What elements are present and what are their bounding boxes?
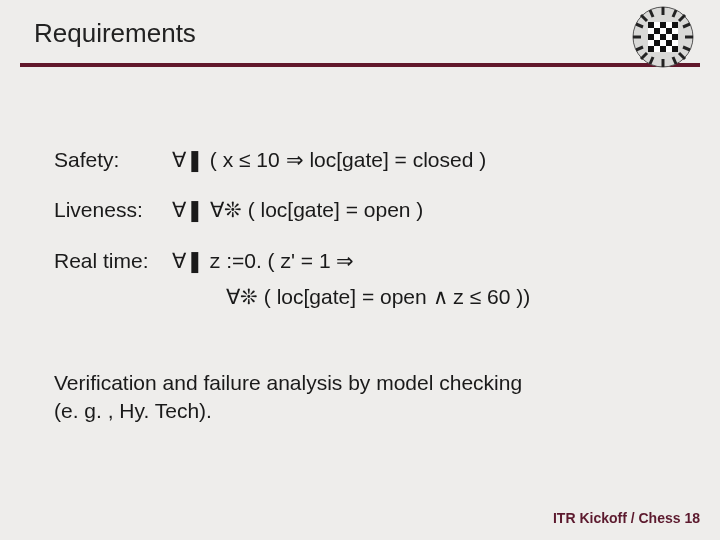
svg-rect-23 [648, 34, 654, 40]
slide-header: Requirements [0, 0, 720, 57]
svg-rect-18 [648, 22, 654, 28]
safety-label: Safety: [54, 145, 172, 175]
slide-footer: ITR Kickoff / Chess 18 [553, 510, 700, 526]
svg-rect-24 [660, 34, 666, 40]
liveness-label: Liveness: [54, 195, 172, 225]
slide-body: Safety: ∀❚ ( x ≤ 10 ⇒ loc[gate] = closed… [0, 67, 720, 425]
svg-rect-25 [672, 34, 678, 40]
svg-rect-20 [672, 22, 678, 28]
svg-rect-28 [648, 46, 654, 52]
svg-rect-27 [666, 40, 672, 46]
realtime-expression-line2: ∀❊ ( loc[gate] = open ∧ z ≤ 60 )) [54, 282, 666, 312]
safety-row: Safety: ∀❚ ( x ≤ 10 ⇒ loc[gate] = closed… [54, 145, 666, 175]
svg-rect-29 [660, 46, 666, 52]
verification-line1: Verification and failure analysis by mod… [54, 369, 666, 397]
liveness-expression: ∀❚ ∀❊ ( loc[gate] = open ) [172, 195, 666, 225]
safety-expression: ∀❚ ( x ≤ 10 ⇒ loc[gate] = closed ) [172, 145, 666, 175]
verification-text: Verification and failure analysis by mod… [54, 369, 666, 426]
svg-rect-21 [654, 28, 660, 34]
verification-line2: (e. g. , Hy. Tech). [54, 397, 666, 425]
slide-title: Requirements [34, 18, 686, 49]
realtime-label: Real time: [54, 246, 172, 276]
svg-rect-30 [672, 46, 678, 52]
svg-rect-19 [660, 22, 666, 28]
svg-rect-26 [654, 40, 660, 46]
chess-logo-icon [632, 6, 694, 68]
liveness-row: Liveness: ∀❚ ∀❊ ( loc[gate] = open ) [54, 195, 666, 225]
svg-rect-22 [666, 28, 672, 34]
realtime-expression-line1: ∀❚ z :=0. ( z' = 1 ⇒ [172, 246, 666, 276]
realtime-row: Real time: ∀❚ z :=0. ( z' = 1 ⇒ [54, 246, 666, 276]
